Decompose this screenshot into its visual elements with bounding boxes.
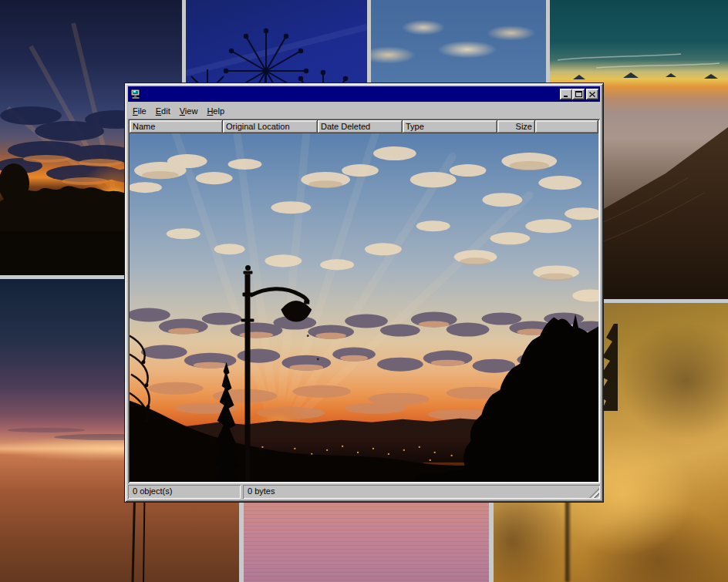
column-header-original-location[interactable]: Original Location: [223, 120, 318, 133]
minimize-button[interactable]: [560, 89, 572, 99]
photo-sunset-streetlamp: [130, 133, 598, 482]
column-header-size[interactable]: Size: [497, 120, 535, 133]
menu-bar: File Edit View Help: [128, 102, 600, 118]
maximize-button[interactable]: [572, 89, 585, 99]
status-size: 0 bytes: [243, 485, 600, 499]
menu-view[interactable]: View: [175, 106, 203, 116]
column-header-type[interactable]: Type: [403, 120, 497, 133]
column-header-blank[interactable]: [535, 120, 598, 133]
status-bar: 0 object(s) 0 bytes: [128, 485, 600, 499]
column-header-date-deleted[interactable]: Date Deleted: [318, 120, 403, 133]
desktop-wallpaper: File Edit View Help Name Original Locati…: [0, 0, 728, 582]
menu-edit[interactable]: Edit: [151, 106, 175, 116]
file-list-area[interactable]: [130, 133, 598, 482]
column-headers: Name Original Location Date Deleted Type…: [130, 120, 598, 133]
status-object-count: 0 object(s): [128, 485, 241, 499]
column-header-name[interactable]: Name: [130, 120, 223, 133]
window-titlebar[interactable]: [128, 86, 600, 102]
close-button[interactable]: [586, 89, 598, 99]
list-view: Name Original Location Date Deleted Type…: [128, 119, 600, 483]
menu-file[interactable]: File: [128, 106, 151, 116]
menu-help[interactable]: Help: [202, 106, 229, 116]
recycle-bin-window: File Edit View Help Name Original Locati…: [124, 82, 604, 503]
computer-icon: [130, 89, 141, 99]
